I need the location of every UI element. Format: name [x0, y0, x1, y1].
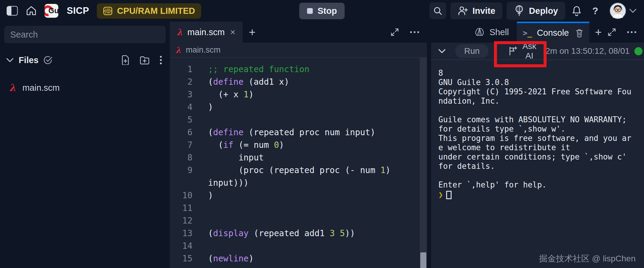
resource-limit-badge[interactable]: CPU/RAM LIMITED — [97, 3, 201, 19]
invite-button[interactable]: Invite — [450, 2, 503, 19]
files-menu-button[interactable] — [160, 55, 162, 65]
expand-editor-button[interactable] — [390, 28, 399, 37]
code-text: ) — [192, 189, 213, 202]
console-line: GNU Guile 3.0.8 — [438, 78, 644, 87]
console-prompt-line[interactable]: ❯ — [438, 190, 644, 199]
account-menu[interactable] — [609, 2, 637, 20]
stop-button[interactable]: Stop — [299, 3, 345, 19]
notifications-button[interactable] — [569, 2, 584, 19]
file-item-main-scm[interactable]: λ main.scm — [0, 80, 170, 96]
guile-logo[interactable]: Gu — [44, 4, 58, 18]
console-line: This program is free software, and you a… — [438, 134, 644, 143]
ask-ai-label: Ask AI — [522, 41, 536, 61]
code-text — [192, 202, 208, 215]
code-line: 12 — [170, 215, 427, 227]
help-button[interactable]: ? — [588, 2, 603, 19]
line-number: 5 — [170, 114, 192, 126]
run-button[interactable]: Run — [455, 44, 489, 58]
search-icon — [433, 6, 443, 16]
tab-console[interactable]: >_ Console — [517, 22, 590, 43]
code-text — [192, 215, 208, 227]
console-menu-button[interactable] — [627, 31, 637, 33]
sidebar-toggle-button[interactable] — [7, 6, 18, 16]
tab-main-scm[interactable]: λ main.scm × — [170, 22, 243, 43]
console-tab-label: Console — [537, 28, 569, 38]
panel-divider — [427, 22, 431, 268]
code-line: 9 (proc (repeated proc (- num 1) — [170, 164, 427, 177]
search-button[interactable] — [429, 2, 446, 19]
prompt-icon: ❯ — [438, 190, 443, 199]
run-status-time: 2m on 13:50:12, 08/01 — [545, 46, 630, 56]
search-input[interactable] — [10, 30, 160, 40]
editor-tabstrip: λ main.scm × + — [170, 22, 427, 43]
terminal-cursor — [446, 191, 452, 199]
status-green-dot — [634, 47, 642, 55]
code-text: ) — [192, 101, 213, 114]
console-line: ndation, Inc. — [438, 96, 644, 106]
code-lines: 1;; repeated function2(define (add1 x)3 … — [170, 63, 427, 265]
close-tab-button[interactable]: × — [229, 27, 236, 37]
check-circle-icon — [43, 56, 52, 65]
line-number: 3 — [170, 88, 192, 101]
home-button[interactable] — [26, 6, 37, 16]
code-line: 1;; repeated function — [170, 63, 427, 76]
editor-scrollbar[interactable] — [420, 58, 427, 268]
lambda-icon: λ — [176, 28, 182, 37]
console-line: Copyright (C) 1995-2021 Free Software Fo… — [438, 87, 644, 96]
code-text: (+ x 1) — [192, 88, 254, 101]
expand-console-button[interactable] — [607, 28, 616, 37]
chevron-down-icon[interactable] — [6, 57, 14, 63]
code-editor[interactable]: 1;; repeated function2(define (add1 x)3 … — [170, 58, 427, 268]
code-line: 6(define (repeated proc num input) — [170, 126, 427, 139]
question-mark-icon: ? — [592, 5, 598, 17]
code-text: input — [192, 151, 264, 164]
new-console-tab-button[interactable]: + — [589, 22, 607, 43]
line-number: 2 — [170, 76, 192, 88]
code-line: 15(newline) — [170, 252, 427, 265]
deploy-button[interactable]: Deploy — [507, 2, 565, 20]
chevron-down-icon — [438, 48, 446, 54]
console-line: Enter `,help' for help. — [438, 180, 644, 190]
panel-layout-icon — [7, 6, 18, 16]
trash-icon — [575, 29, 583, 38]
console-line: under certain conditions; type `,show c' — [438, 152, 644, 162]
code-text: (if (= num 0) — [192, 139, 284, 151]
code-line: 14 — [170, 240, 427, 252]
new-file-button[interactable] — [121, 55, 130, 65]
breadcrumb[interactable]: λ main.scm — [170, 43, 427, 58]
code-text: input))) — [192, 177, 249, 189]
line-number: 12 — [170, 215, 192, 227]
console-panel: Shell >_ Console + — [431, 22, 644, 268]
editor-menu-button[interactable] — [409, 31, 420, 33]
new-folder-button[interactable] — [140, 56, 149, 65]
home-icon — [26, 6, 37, 16]
file-name: main.scm — [22, 83, 60, 93]
clear-console-button[interactable] — [575, 29, 583, 38]
console-tabstrip: Shell >_ Console + — [431, 22, 644, 43]
run-options-button[interactable] — [438, 48, 446, 54]
lambda-icon: λ — [9, 83, 16, 93]
code-line: 13(display (repeated add1 3 5)) — [170, 227, 427, 240]
person-plus-icon — [458, 6, 468, 16]
expand-icon — [607, 28, 616, 37]
flag-plus-icon — [508, 46, 517, 56]
deploy-button-label: Deploy — [529, 6, 558, 16]
code-line: 5 — [170, 114, 427, 126]
line-number: 8 — [170, 151, 192, 164]
logo-text: Gu — [48, 6, 58, 15]
sidebar-search[interactable] — [4, 26, 166, 43]
code-text: (proc (repeated proc (- num 1) — [192, 164, 391, 177]
stop-square-icon — [307, 8, 313, 14]
line-number: 4 — [170, 101, 192, 114]
code-text: (newline) — [192, 252, 254, 265]
tab-shell[interactable]: Shell — [467, 22, 517, 43]
line-number: 1 — [170, 63, 192, 76]
resource-badge-label: CPU/RAM LIMITED — [117, 6, 195, 16]
scrollbar-thumb[interactable] — [420, 252, 426, 268]
editor-panel: λ main.scm × + λ main. — [170, 22, 427, 268]
console-output[interactable]: 8GNU Guile 3.0.8Copyright (C) 1995-2021 … — [431, 60, 644, 268]
bell-icon — [572, 5, 582, 16]
new-editor-tab-button[interactable]: + — [243, 22, 262, 43]
ask-ai-button[interactable]: Ask AI — [508, 41, 536, 61]
topbar: Gu SICP CPU/RAM LIMITED Stop Invite — [0, 0, 644, 22]
